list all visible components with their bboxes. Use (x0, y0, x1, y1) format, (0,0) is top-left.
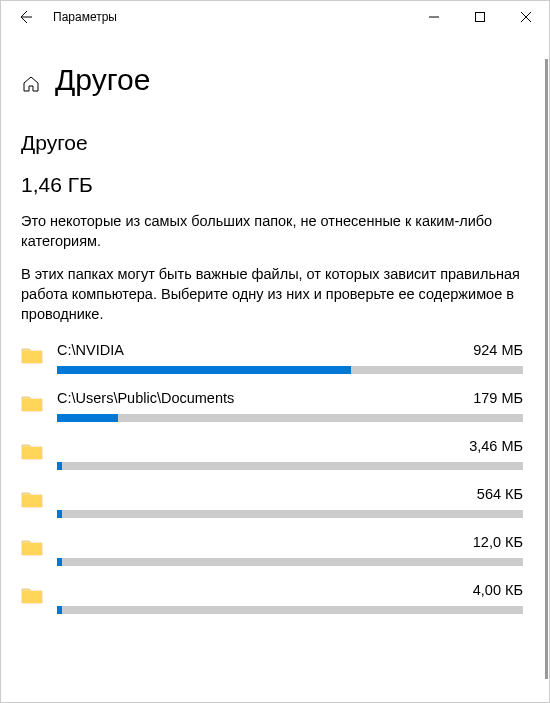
window-controls (411, 1, 549, 33)
folder-body: C:\Users\Public\Documents 179 МБ (57, 390, 523, 422)
folder-path (57, 582, 65, 600)
usage-bar-fill (57, 606, 62, 614)
folder-item[interactable]: 12,0 КБ (21, 528, 523, 576)
folder-item[interactable]: C:\Users\Public\Documents 179 МБ (21, 384, 523, 432)
folder-item[interactable]: 4,00 КБ (21, 576, 523, 624)
home-icon[interactable] (21, 74, 41, 94)
usage-bar (57, 510, 523, 518)
window-title: Параметры (53, 10, 411, 24)
usage-bar-fill (57, 558, 62, 566)
back-button[interactable] (9, 1, 41, 33)
folder-path (57, 438, 65, 456)
usage-bar (57, 462, 523, 470)
folder-list: C:\NVIDIA 924 МБ C:\Users\Public\Documen… (21, 336, 523, 624)
folder-icon (21, 440, 43, 462)
folder-icon (21, 392, 43, 414)
folder-icon (21, 536, 43, 558)
folder-size: 924 МБ (473, 342, 523, 360)
folder-size: 564 КБ (477, 486, 523, 504)
total-size: 1,46 ГБ (21, 173, 523, 197)
folder-item[interactable]: C:\NVIDIA 924 МБ (21, 336, 523, 384)
svg-rect-1 (476, 13, 485, 22)
folder-path: C:\Users\Public\Documents (57, 390, 242, 408)
folder-body: C:\NVIDIA 924 МБ (57, 342, 523, 374)
folder-body: 12,0 КБ (57, 534, 523, 566)
scrollbar[interactable] (545, 59, 548, 679)
header: Другое (21, 63, 523, 97)
folder-size: 3,46 МБ (469, 438, 523, 456)
folder-path: C:\NVIDIA (57, 342, 132, 360)
folder-size: 179 МБ (473, 390, 523, 408)
folder-body: 564 КБ (57, 486, 523, 518)
section-heading: Другое (21, 131, 523, 155)
folder-icon (21, 488, 43, 510)
content-area: Другое Другое 1,46 ГБ Это некоторые из с… (1, 33, 549, 702)
description-2: В этих папках могут быть важные файлы, о… (21, 264, 523, 325)
page-title: Другое (55, 63, 150, 97)
folder-size: 12,0 КБ (473, 534, 523, 552)
folder-item[interactable]: 564 КБ (21, 480, 523, 528)
usage-bar (57, 366, 523, 374)
usage-bar-fill (57, 462, 62, 470)
folder-path (57, 534, 65, 552)
close-button[interactable] (503, 1, 549, 33)
folder-body: 3,46 МБ (57, 438, 523, 470)
folder-body: 4,00 КБ (57, 582, 523, 614)
usage-bar-fill (57, 366, 351, 374)
folder-item[interactable]: 3,46 МБ (21, 432, 523, 480)
minimize-button[interactable] (411, 1, 457, 33)
folder-icon (21, 344, 43, 366)
folder-path (57, 486, 65, 504)
usage-bar-fill (57, 414, 118, 422)
folder-icon (21, 584, 43, 606)
usage-bar (57, 414, 523, 422)
titlebar: Параметры (1, 1, 549, 33)
description-1: Это некоторые из самых больших папок, не… (21, 211, 523, 252)
usage-bar (57, 558, 523, 566)
maximize-button[interactable] (457, 1, 503, 33)
usage-bar-fill (57, 510, 62, 518)
folder-size: 4,00 КБ (473, 582, 523, 600)
usage-bar (57, 606, 523, 614)
